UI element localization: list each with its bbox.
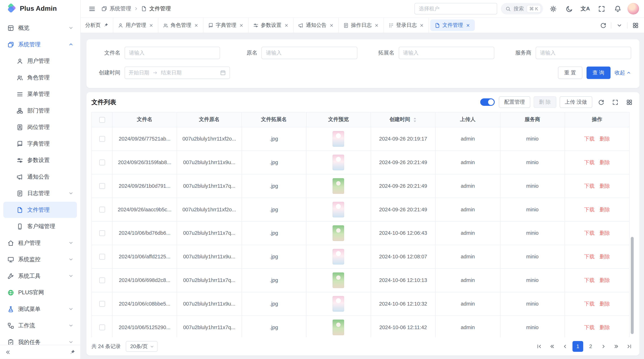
tab-item[interactable]: 角色管理 [158,18,203,32]
sidebar-item[interactable]: 系统工具 [3,268,77,284]
download-link[interactable]: 下载 [584,230,595,236]
tab-item[interactable]: 用户管理 [113,18,158,32]
table-scrollbar[interactable] [631,237,634,334]
download-link[interactable]: 下载 [584,254,595,259]
delete-link[interactable]: 删除 [600,183,610,189]
delete-link[interactable]: 删除 [600,159,610,165]
row-checkbox[interactable] [99,254,105,260]
row-checkbox[interactable] [99,325,105,330]
row-checkbox[interactable] [99,278,105,283]
delete-link[interactable]: 删除 [600,301,610,307]
file-preview-thumbnail[interactable] [333,249,344,265]
collapse-sidebar-button[interactable] [5,349,11,355]
row-checkbox[interactable] [99,183,105,189]
config-button[interactable]: 配置管理 [499,96,530,108]
tab-close-button[interactable] [466,23,470,27]
language-icon[interactable]: 文A [579,2,592,15]
row-checkbox[interactable] [99,136,105,142]
sidebar-item[interactable]: 用户管理 [3,53,77,69]
column-header[interactable]: 文件原名 [177,112,242,127]
layout-toggle-button[interactable] [630,20,640,30]
sidebar-item[interactable]: 部门管理 [3,102,77,118]
hamburger-menu-button[interactable] [86,2,98,15]
sidebar-item[interactable]: 测试菜单 [3,301,77,317]
sidebar-item[interactable]: 通知公告 [3,169,77,185]
sidebar-item[interactable]: 文件管理 [3,202,77,218]
download-link[interactable]: 下载 [584,136,595,142]
page-number-button[interactable]: 2 [585,341,596,352]
file-preview-thumbnail[interactable] [333,296,344,312]
sidebar-item[interactable]: 菜单管理 [3,86,77,102]
tab-close-button[interactable] [419,23,424,27]
column-header[interactable]: 创建时间 [371,112,436,127]
download-link[interactable]: 下载 [584,207,595,212]
page-number-button[interactable]: 1 [572,341,583,352]
sidebar-item[interactable]: 系统管理 [3,36,77,52]
column-header[interactable]: 操作 [565,112,629,127]
tab-close-button[interactable] [374,23,378,27]
download-link[interactable]: 下载 [584,301,595,307]
refresh-page-button[interactable] [598,20,608,30]
tab-item[interactable]: 字典管理 [203,18,248,32]
row-checkbox[interactable] [99,230,105,236]
tab-close-button[interactable] [194,23,198,27]
delete-link[interactable]: 删除 [600,254,610,259]
tab-close-button[interactable] [149,23,153,27]
prev-page-button[interactable] [560,341,570,352]
row-checkbox[interactable] [99,160,105,165]
column-header[interactable]: 上传人 [436,112,500,127]
sidebar-item[interactable]: 字典管理 [3,135,77,152]
sidebar-item[interactable]: 系统监控 [3,251,77,268]
fullscreen-icon[interactable] [595,2,608,15]
row-checkbox[interactable] [99,207,105,213]
row-checkbox[interactable] [99,301,105,307]
dark-mode-icon[interactable] [563,2,575,15]
column-header[interactable]: 服务商 [500,112,564,127]
download-link[interactable]: 下载 [584,324,595,330]
sidebar-item[interactable]: 岗位管理 [3,119,77,135]
filter-input-3[interactable] [536,47,631,59]
file-preview-thumbnail[interactable] [333,273,344,288]
refresh-table-button[interactable] [596,97,606,107]
file-preview-thumbnail[interactable] [333,225,344,241]
delete-link[interactable]: 删除 [600,277,610,283]
tab-close-button[interactable] [284,23,288,27]
delete-button[interactable]: 删 除 [534,96,556,108]
next-page-button[interactable] [598,341,609,352]
last-page-button[interactable] [624,341,634,352]
page-size-select[interactable]: 20条/页 [126,341,158,352]
fast-next-button[interactable] [611,341,622,352]
sidebar-item[interactable]: 租户管理 [3,235,77,251]
date-range-picker[interactable]: 开始日期 结束日期 [124,66,230,79]
file-preview-thumbnail[interactable] [333,155,344,170]
tab-close-button[interactable] [329,23,334,27]
column-header[interactable]: 文件拓展名 [242,112,306,127]
filter-input-0[interactable] [124,47,220,59]
sort-icon[interactable] [412,117,417,122]
notifications-icon[interactable] [611,2,624,15]
tab-close-button[interactable] [239,23,243,27]
select-all-checkbox[interactable] [99,117,105,123]
query-button[interactable]: 查 询 [586,66,610,79]
delete-link[interactable]: 删除 [600,324,610,330]
tab-item[interactable]: 通知公告 [294,18,339,32]
download-link[interactable]: 下载 [584,183,595,189]
column-settings-button[interactable] [624,97,634,107]
column-header[interactable]: 文件名 [112,112,177,127]
download-link[interactable]: 下载 [584,159,595,165]
tab-item[interactable]: 文件管理 [430,19,475,31]
collapse-filters-link[interactable]: 收起 [615,69,631,76]
delete-link[interactable]: 删除 [600,230,610,236]
file-preview-thumbnail[interactable] [333,131,344,147]
filter-input-2[interactable] [398,47,494,59]
sidebar-item[interactable]: PLUS官网 [3,285,77,301]
user-avatar[interactable] [628,3,639,14]
table-fullscreen-button[interactable] [610,97,620,107]
search-toggle[interactable] [480,98,495,106]
delete-link[interactable]: 删除 [600,207,610,212]
column-header[interactable]: 文件预览 [306,112,371,127]
breadcrumb-parent[interactable]: 系统管理 [101,5,131,12]
sidebar-item[interactable]: 角色管理 [3,69,77,85]
sidebar-item[interactable]: 概览 [3,20,77,36]
filter-input-1[interactable] [262,47,357,59]
